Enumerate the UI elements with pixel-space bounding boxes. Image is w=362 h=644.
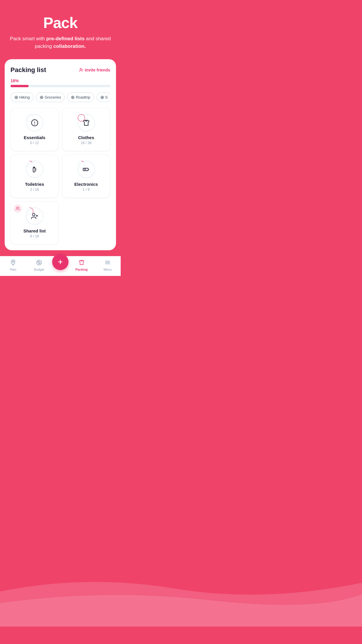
clothes-icon-circle [78, 114, 95, 132]
plan-icon [10, 259, 16, 267]
header: Pack Pack smart with pre-defined lists a… [0, 0, 121, 59]
plan-label: Plan [10, 268, 16, 271]
chip-more[interactable]: ⊕ S [96, 92, 110, 102]
clothes-text: Clothes 16 / 28 [78, 135, 94, 145]
svg-rect-16 [83, 168, 88, 171]
essentials-count: 0 / 12 [24, 141, 45, 145]
progress-bar-bg [10, 85, 110, 87]
essentials-text: Essentials 0 / 12 [24, 135, 45, 145]
subtitle-bold1: pre-defined lists [46, 36, 85, 41]
subtitle-bold2: collaboration. [53, 43, 86, 49]
budget-label: Budget [34, 268, 44, 271]
category-electronics[interactable]: Electronics 1 / 9 [62, 155, 110, 198]
category-essentials[interactable]: Essentials 0 / 12 [10, 108, 59, 151]
electronics-count: 1 / 9 [74, 188, 98, 192]
svg-point-28 [12, 261, 14, 262]
chip-more-label: S [105, 95, 108, 99]
packing-label: Packing [75, 268, 88, 271]
card-header: Packing list Invite friends [10, 66, 110, 74]
toiletries-icon-circle [26, 161, 43, 178]
electronics-ring [78, 161, 85, 168]
toiletries-count: 2 / 16 [25, 188, 44, 192]
packing-icon [78, 259, 85, 267]
svg-point-20 [78, 161, 85, 168]
chip-hiking[interactable]: ⊕ Hiking [10, 92, 34, 102]
menu-icon [104, 259, 111, 267]
nav-plan[interactable]: Plan [0, 259, 26, 271]
add-icon [57, 258, 64, 265]
category-grid: Essentials 0 / 12 Clothes 16 / 28 [10, 108, 110, 244]
shared-icon-circle [26, 207, 43, 225]
essentials-ring [26, 114, 34, 122]
add-fab-button[interactable] [52, 254, 68, 270]
category-clothes[interactable]: Clothes 16 / 28 [62, 108, 110, 151]
chip-roadtrip[interactable]: ⊕ Roadtrip [67, 92, 94, 102]
clothes-ring [78, 114, 85, 122]
nav-menu[interactable]: Menu [95, 259, 121, 271]
shared-name: Shared list [23, 228, 46, 233]
clothes-count: 16 / 28 [78, 141, 94, 145]
page-title: Pack [7, 14, 114, 32]
filter-chips: ⊕ Hiking ⊕ Groceries ⊕ Roadtrip ⊕ S [10, 92, 110, 102]
invite-label: Invite friends [85, 68, 110, 72]
essentials-name: Essentials [24, 135, 45, 140]
chip-groceries[interactable]: ⊕ Groceries [36, 92, 65, 102]
clothes-name: Clothes [78, 135, 94, 140]
shared-text: Shared list 6 / 18 [23, 228, 46, 238]
toiletries-text: Toiletries 2 / 16 [25, 182, 44, 192]
svg-point-5 [34, 124, 35, 124]
progress-bar-fill [10, 85, 29, 87]
nav-budget[interactable]: Budget [26, 259, 52, 271]
shared-count: 6 / 18 [23, 234, 46, 238]
invite-icon [79, 68, 84, 72]
category-toiletries[interactable]: Toiletries 2 / 16 [10, 155, 59, 198]
electronics-name: Electronics [74, 182, 98, 187]
packing-card: Packing list Invite friends 18% ⊕ Hiking… [5, 59, 116, 250]
menu-label: Menu [103, 268, 112, 271]
subtitle-text1: Pack smart with [10, 36, 46, 41]
chip-groceries-label: Groceries [45, 95, 61, 99]
electronics-icon-circle [78, 161, 95, 178]
toiletries-ring [26, 161, 34, 168]
svg-point-0 [80, 68, 81, 70]
progress-label: 18% [10, 78, 110, 83]
chip-roadtrip-label: Roadtrip [76, 95, 90, 99]
invite-friends-button[interactable]: Invite friends [79, 68, 110, 72]
bottom-nav: Plan Budget Packing [0, 256, 121, 276]
essentials-icon-circle [26, 114, 43, 132]
budget-icon [36, 259, 42, 267]
card-title: Packing list [10, 66, 46, 74]
svg-point-22 [17, 207, 18, 209]
toiletries-name: Toiletries [25, 182, 44, 187]
category-shared[interactable]: Shared list 6 / 18 [10, 201, 59, 244]
nav-packing[interactable]: Packing [68, 259, 95, 271]
progress-section: 18% [10, 78, 110, 87]
shared-ring [26, 207, 34, 215]
shared-badge-icon [16, 206, 20, 211]
svg-point-8 [78, 114, 85, 121]
svg-point-6 [26, 114, 33, 121]
electronics-text: Electronics 1 / 9 [74, 182, 98, 192]
shared-badge [14, 204, 22, 213]
chip-hiking-label: Hiking [19, 95, 30, 99]
header-subtitle: Pack smart with pre-defined lists and sh… [7, 35, 114, 50]
